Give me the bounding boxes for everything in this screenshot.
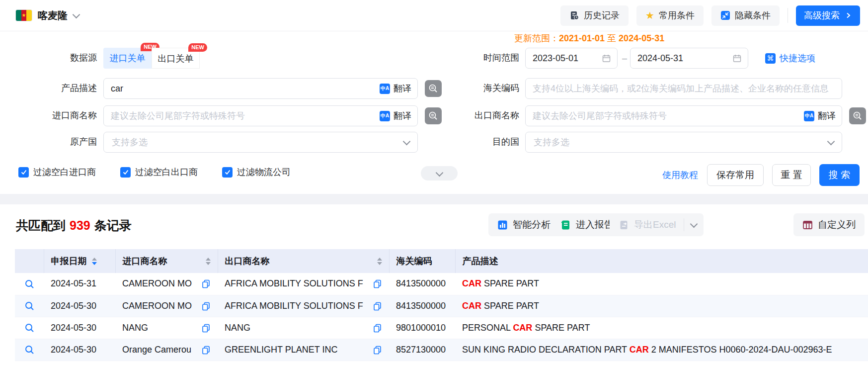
cell-description: SUN KING RADIO DECLARATION PART CAR 2 MA…	[455, 339, 868, 361]
translate-icon: 中A	[380, 111, 390, 121]
table-body: 2024-05-31CAMEROON MOAFRICA MOBILITY SOL…	[15, 273, 868, 361]
exporter-label: 出口商名称	[437, 105, 519, 125]
cell-declaration-date: 2024-05-31	[44, 273, 115, 295]
hs-code-input[interactable]	[526, 79, 842, 98]
cell-declaration-date: 2024-05-30	[44, 295, 115, 317]
table-header-row: 申报日期 进口商名称 出口商名称	[15, 249, 868, 273]
translate-icon: 中A	[380, 84, 390, 94]
divider	[788, 8, 788, 23]
table-row: 2024-05-30Orange CamerouGREENLIGHT PLANE…	[15, 339, 868, 361]
cell-declaration-date: 2024-05-30	[44, 339, 115, 361]
country-name: 喀麦隆	[38, 9, 68, 22]
header-hs-code: 海关编码	[389, 249, 455, 273]
row-search-icon[interactable]	[24, 301, 35, 311]
bi-analysis-icon	[497, 220, 508, 230]
update-range-note: 更新范围：2021-01-01 至 2024-05-31	[514, 32, 664, 44]
translate-icon: 中A	[804, 111, 814, 121]
export-options-caret[interactable]	[684, 213, 704, 236]
origin-country-select[interactable]: 支持多选	[103, 132, 418, 153]
exporter-inputbox: 中A 翻译	[525, 105, 842, 126]
copy-icon[interactable]	[201, 279, 211, 288]
row-search-glyph	[24, 301, 35, 311]
copy-icon[interactable]	[373, 301, 382, 311]
country-selector[interactable]: ★ 喀麦隆	[16, 9, 79, 22]
chevron-down-icon	[73, 10, 80, 18]
row-countries: 原产国 支持多选 目的国 支持多选	[0, 132, 868, 153]
importer-inputbox: 中A 翻译	[103, 105, 418, 126]
cell-importer: Orange Camerou	[115, 339, 218, 361]
sort-control[interactable]	[92, 258, 97, 265]
header-declaration-date[interactable]: 申报日期	[44, 249, 115, 273]
checkbox-checked-icon	[18, 167, 29, 178]
header-exporter-name[interactable]: 出口商名称	[218, 249, 389, 273]
destination-country-select[interactable]: 支持多选	[525, 132, 842, 153]
row-search-icon[interactable]	[24, 323, 35, 333]
sort-control[interactable]	[206, 258, 211, 265]
calendar-icon	[732, 54, 742, 63]
report-icon	[560, 220, 571, 230]
tab-import-declarations[interactable]: 进口关单 NEW	[103, 48, 152, 69]
cell-importer: CAMEROON MO	[115, 273, 218, 295]
product-desc-input[interactable]	[104, 79, 377, 98]
translate-button[interactable]: 中A 翻译	[377, 110, 417, 122]
row-company-names: 进口商名称 中A 翻译 出口商名称 中A	[0, 105, 868, 126]
copy-glyph	[201, 323, 211, 333]
hide-conditions-button[interactable]: 隐藏条件	[711, 5, 780, 26]
table-row: 2024-05-31CAMEROON MOAFRICA MOBILITY SOL…	[15, 273, 868, 295]
row-search-glyph	[24, 345, 35, 355]
translate-button[interactable]: 中A 翻译	[801, 110, 842, 122]
row-search-glyph	[24, 323, 35, 333]
copy-icon[interactable]	[373, 279, 382, 288]
row-search-icon[interactable]	[24, 345, 35, 355]
exporter-input[interactable]	[526, 106, 801, 126]
copy-icon[interactable]	[373, 323, 382, 333]
copy-icon[interactable]	[201, 345, 211, 355]
reset-button[interactable]: 重 置	[772, 164, 811, 186]
advanced-search-button[interactable]: 高级搜索	[796, 5, 860, 26]
tutorial-link[interactable]: 使用教程	[662, 164, 698, 186]
checkbox-checked-icon	[120, 167, 131, 178]
copy-icon[interactable]	[201, 301, 211, 311]
cell-hs-code: 8413500000	[389, 273, 455, 295]
cell-hs-code: 8527130000	[389, 339, 455, 361]
translate-button[interactable]: 中A 翻译	[377, 83, 417, 94]
quick-options-link[interactable]: ⌘ 快捷选项	[765, 48, 815, 69]
hs-code-inputbox	[525, 78, 842, 99]
copy-glyph	[201, 345, 211, 355]
calendar-icon	[602, 54, 611, 63]
history-button[interactable]: 历史记录	[560, 5, 629, 26]
cell-hs-code: 9801000010	[389, 317, 455, 339]
sort-control[interactable]	[377, 258, 382, 265]
chevron-right-icon	[844, 11, 852, 19]
copy-icon[interactable]	[373, 345, 382, 355]
search-button[interactable]: 搜 索	[819, 164, 860, 186]
filter-blank-importer[interactable]: 过滤空白进口商	[18, 166, 96, 178]
filter-logistics-company[interactable]: 过滤物流公司	[222, 166, 291, 178]
favorites-button[interactable]: ★ 常用条件	[636, 5, 704, 26]
results-section: 共匹配到939条记录 智能分析 进入报告	[0, 204, 868, 366]
header-importer-name[interactable]: 进口商名称	[115, 249, 218, 273]
importer-input[interactable]	[104, 106, 377, 126]
date-end-input[interactable]: 2024-05-31	[630, 48, 748, 69]
section-divider	[0, 194, 868, 204]
export-excel-button: 导出Excel	[610, 218, 684, 231]
date-start-input[interactable]: 2023-05-01	[525, 48, 618, 69]
filter-blank-exporter[interactable]: 过滤空白出口商	[120, 166, 198, 178]
table-row: 2024-05-30NANGNANG9801000010PERSONAL CAR…	[15, 317, 868, 339]
copy-glyph	[201, 301, 211, 311]
customize-columns-button[interactable]: 自定义列	[793, 213, 865, 236]
exact-search-toggle[interactable]	[849, 107, 866, 124]
search-settings-icon	[852, 110, 863, 121]
cell-description: CAR SPARE PART	[455, 295, 868, 317]
table-row: 2024-05-30CAMEROON MOAFRICA MOBILITY SOL…	[15, 295, 868, 317]
tab-export-declarations[interactable]: 出口关单 NEW	[152, 48, 200, 69]
row-product-hs: 产品描述 中A 翻译 海关编码	[0, 78, 868, 99]
copy-icon[interactable]	[201, 323, 211, 333]
time-range-label: 时间范围	[437, 48, 519, 68]
cell-importer: CAMEROON MO	[115, 295, 218, 317]
save-favorite-button[interactable]: 保存常用	[707, 164, 764, 186]
trade-data-search-page: ★ 喀麦隆 历史记录 ★ 常用条件	[0, 0, 868, 366]
row-search-icon[interactable]	[24, 279, 35, 289]
star-icon: ★	[645, 10, 654, 20]
collapse-form-button[interactable]	[421, 166, 458, 181]
